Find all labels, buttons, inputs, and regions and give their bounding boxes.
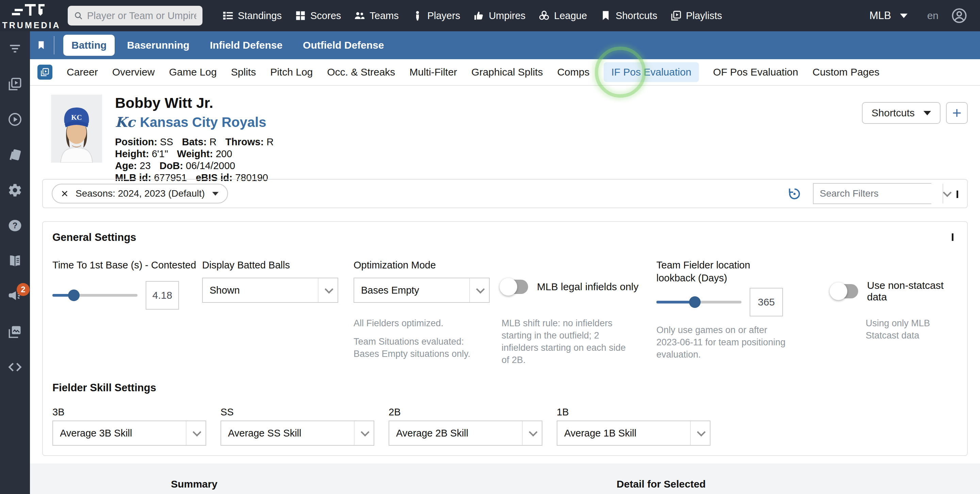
tab-comps[interactable]: Comps [557,62,589,82]
bookmark-icon[interactable] [36,40,46,51]
skill-ss: SS Average SS Skill [221,405,374,446]
tab-splits[interactable]: Splits [231,62,256,82]
search-input[interactable] [87,10,196,21]
docs-book-icon[interactable] [7,253,23,269]
skill-2b-select[interactable]: Average 2B Skill [388,421,542,446]
help-icon[interactable]: ? [7,218,23,233]
seasons-filter-chip[interactable]: Seasons: 2024, 2023 (Default) [52,184,228,203]
add-button[interactable] [946,102,968,124]
settings-collapse-button[interactable] [952,233,953,240]
tab-if-pos-evaluation[interactable]: IF Pos Evaluation [604,62,698,82]
chevron-down-icon [943,188,951,197]
tab-career[interactable]: Career [67,62,98,82]
tab-multi-filter[interactable]: Multi-Filter [409,62,457,82]
nav-label: Playlists [686,10,722,21]
shortcuts-button[interactable]: Shortcuts [862,102,940,124]
gear-icon[interactable] [7,183,23,198]
league-selector[interactable]: MLB [869,10,907,22]
optimization-note-1: All Fielders optimized. [353,317,483,329]
display-batted-balls-setting: Display Batted Balls Shown [202,259,353,366]
app-window: TRUMEDIA Standings Scores Teams P [0,0,980,494]
language-selector[interactable]: en [927,10,939,21]
chevron-down-icon [900,14,907,18]
tab-custom-pages[interactable]: Custom Pages [813,62,880,82]
chevron-down-icon [212,192,218,195]
tab-game-log[interactable]: Game Log [169,62,217,82]
account-avatar-icon[interactable] [951,7,968,24]
tab-infield-defense[interactable]: Infield Defense [202,35,291,56]
display-batted-balls-select[interactable]: Shown [202,278,338,303]
nav-scores[interactable]: Scores [295,10,341,21]
nav-standings[interactable]: Standings [222,10,282,21]
tab-overview[interactable]: Overview [112,62,155,82]
time-to-first-slider[interactable] [52,294,137,297]
video-playlist-icon[interactable] [7,76,23,92]
bio-line: Age: 23DoB: 06/14/2000 [115,160,282,172]
skill-2b: 2B Average 2B Skill [388,405,542,446]
slider-thumb[interactable] [689,296,701,308]
non-statcast-label: Use non-statcast data [867,280,953,303]
skill-1b-select[interactable]: Average 1B Skill [557,421,711,446]
nav-label: Standings [238,10,282,21]
bookmark-icon [600,10,611,21]
global-search[interactable] [68,6,202,25]
optimization-note-2: Team Situations evaluated: Bases Empty s… [353,335,483,360]
trumedia-logo[interactable]: TRUMEDIA [0,2,63,30]
announcements-megaphone-icon[interactable]: 2 [7,289,23,304]
filters-icon[interactable] [7,41,23,57]
lookback-slider[interactable] [656,301,741,303]
player-team[interactable]: Kc Kansas City Royals [115,114,282,130]
nav-label: Scores [310,10,341,21]
search-filters-box[interactable] [813,183,931,204]
playlist-button[interactable] [37,65,52,79]
svg-text:?: ? [13,221,18,230]
mlb-legal-infields-toggle[interactable] [501,280,528,294]
optimization-mode-label: Optimization Mode [353,259,501,278]
filter-collapse-button[interactable] [956,191,958,197]
non-statcast-toggle[interactable] [832,284,858,299]
select-value: Average 2B Skill [389,428,522,439]
search-filters-dropdown[interactable] [943,184,950,203]
close-icon[interactable] [60,189,69,198]
team-name[interactable]: Kansas City Royals [140,114,266,130]
nav-shortcuts[interactable]: Shortcuts [600,10,657,21]
nav-league[interactable]: League [538,10,587,21]
select-value: Average SS Skill [221,428,354,439]
nav-playlists[interactable]: Playlists [670,10,722,21]
code-icon[interactable] [7,359,23,375]
league-value: MLB [869,10,891,22]
main-content: Batting Baserunning Infield Defense Outf… [30,31,980,494]
settings-row: Time To 1st Base (s) - Contested Displa [52,259,953,366]
search-filters-input[interactable] [814,184,943,203]
chevron-up-icon [952,233,953,241]
tab-of-pos-evaluation[interactable]: OF Pos Evaluation [713,62,798,82]
tab-occ-streaks[interactable]: Occ. & Streaks [327,62,395,82]
select-value: Bases Empty [354,285,469,296]
skill-3b: 3B Average 3B Skill [52,405,206,446]
nav-umpires[interactable]: Umpires [473,10,525,21]
fielder-skill-row: 3B Average 3B Skill SS Average SS Skill [52,405,953,446]
optimization-mode-select[interactable]: Bases Empty [353,278,490,303]
tab-baserunning[interactable]: Baserunning [119,35,197,56]
summary-group: Summary ScenarioType xAVG xRVperGB IN_SA… [108,463,280,494]
play-circle-icon[interactable] [7,111,23,127]
cards-icon[interactable] [7,147,23,163]
tab-batting[interactable]: Batting [63,35,115,56]
skill-ss-select[interactable]: Average SS Skill [221,421,374,446]
skill-3b-select[interactable]: Average 3B Skill [52,421,206,446]
nav-teams[interactable]: Teams [354,10,398,21]
tab-outfield-defense[interactable]: Outfield Defense [295,35,392,56]
image-gallery-icon[interactable] [7,324,23,340]
nav-players[interactable]: Players [412,10,460,21]
tab-graphical-splits[interactable]: Graphical Splits [471,62,543,82]
topbar: TRUMEDIA Standings Scores Teams P [0,0,980,31]
plus-icon [952,108,962,118]
chevron-down-icon [697,428,705,436]
history-icon[interactable] [787,186,801,201]
chevron-down-icon [476,285,485,293]
teams-icon [354,10,366,21]
lookback-value[interactable] [749,288,783,316]
slider-thumb[interactable] [68,289,80,301]
tab-pitch-log[interactable]: Pitch Log [270,62,313,82]
time-to-first-value[interactable] [146,281,179,310]
